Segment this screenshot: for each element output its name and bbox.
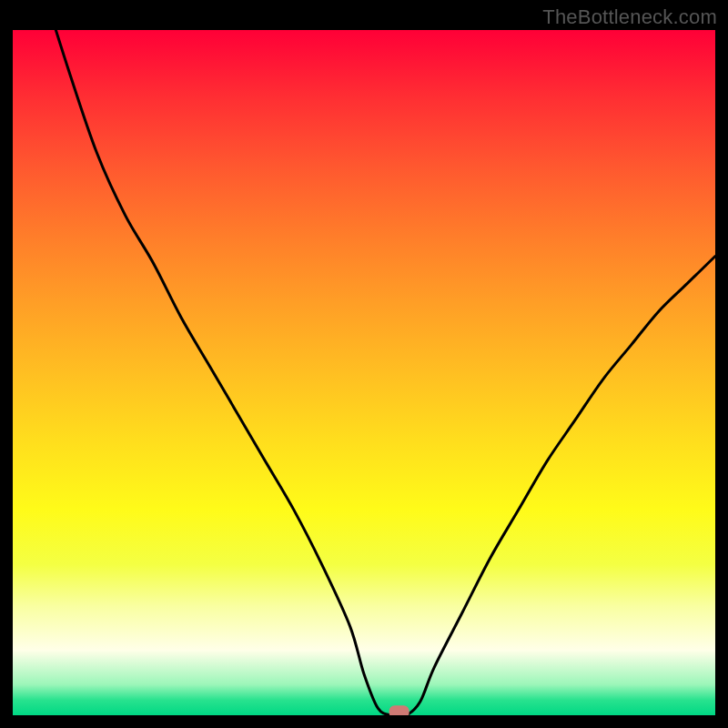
watermark-text: TheBottleneck.com	[542, 5, 717, 29]
chart-svg	[13, 30, 715, 715]
chart-frame: TheBottleneck.com	[0, 0, 728, 728]
plot-area	[13, 30, 715, 715]
marker-dot	[389, 705, 410, 715]
